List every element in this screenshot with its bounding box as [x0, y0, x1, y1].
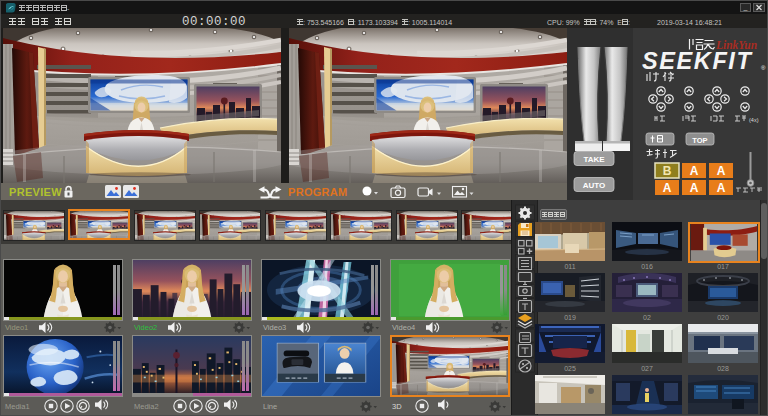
svg-text:A: A: [717, 181, 726, 195]
svg-text:AUTO: AUTO: [583, 181, 606, 190]
svg-text:A: A: [690, 164, 699, 178]
svg-text:A: A: [717, 164, 726, 178]
svg-text:A: A: [663, 181, 672, 195]
svg-text:(4x): (4x): [749, 117, 759, 123]
svg-text:SEEKFIT: SEEKFIT: [642, 48, 752, 74]
svg-text:B: B: [663, 164, 672, 178]
svg-text:TAKE: TAKE: [583, 155, 605, 164]
svg-text:TOP: TOP: [692, 136, 707, 145]
svg-text:®: ®: [761, 65, 766, 71]
svg-text:A: A: [690, 181, 699, 195]
